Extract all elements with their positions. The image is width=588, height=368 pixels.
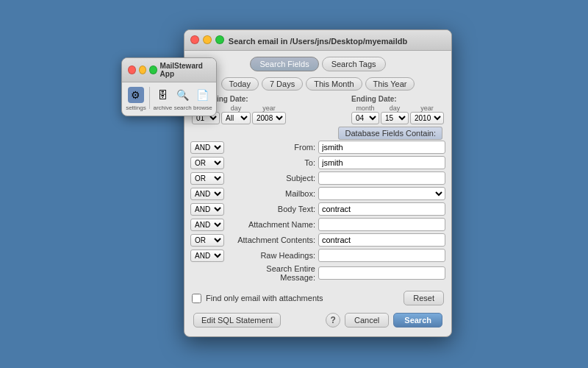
subject-logic-select[interactable]: ANDOR xyxy=(190,172,224,185)
subject-label: Subject: xyxy=(227,174,315,183)
end-day-sub-label: day xyxy=(390,105,401,112)
begin-year-sub-label: year xyxy=(262,105,276,112)
attachment-contents-field-row: ANDOR Attachment Contents: xyxy=(190,233,445,247)
ending-date-group: Ending Date: month 01020304 050612 day 0… xyxy=(351,95,444,124)
raw-headings-label: Raw Headings: xyxy=(227,251,315,260)
mini-close-button[interactable] xyxy=(128,66,136,74)
this-month-button[interactable]: This Month xyxy=(306,77,362,91)
settings-icon: ⚙ xyxy=(128,87,144,103)
window-content: Search Fields Search Tags Today 7 Days T… xyxy=(184,51,451,336)
sidebar-item-search[interactable]: 🔍 search xyxy=(174,87,192,111)
begin-day-sub-label: day xyxy=(231,105,242,112)
mailbox-label: Mailbox: xyxy=(227,189,315,198)
end-year-select[interactable]: 2008200920102011 xyxy=(410,112,444,124)
close-button[interactable] xyxy=(190,35,199,44)
sidebar-item-settings[interactable]: ⚙ settings xyxy=(126,87,146,111)
begin-year-col: year 2008200920102011 xyxy=(252,105,286,124)
ending-date-fields: month 01020304 050612 day 01051015 20253… xyxy=(351,105,444,124)
begin-year-select[interactable]: 2008200920102011 xyxy=(252,112,286,124)
from-input[interactable] xyxy=(318,141,445,154)
db-fields-header-label: Database Fields Contain: xyxy=(338,127,442,140)
search-button[interactable]: Search xyxy=(393,313,442,328)
to-input[interactable] xyxy=(318,156,445,169)
end-month-select[interactable]: 01020304 050612 xyxy=(351,112,379,124)
body-text-label: Body Text: xyxy=(227,205,315,213)
sidebar-item-browse[interactable]: 📄 browse xyxy=(193,87,212,111)
action-buttons-row: Edit SQL Statement ? Cancel Search xyxy=(190,308,445,330)
minimize-button[interactable] xyxy=(203,35,212,44)
attachment-contents-label: Attachment Contents: xyxy=(227,236,315,244)
search-window: Search email in /Users/jns/Desktop/myema… xyxy=(184,29,452,337)
end-year-col: year 2008200920102011 xyxy=(410,105,444,124)
find-attachments-label: Find only email with attachments xyxy=(206,294,323,302)
bottom-options-row: Find only email with attachments Reset xyxy=(190,288,445,308)
settings-label: settings xyxy=(126,105,146,111)
mailbox-select[interactable] xyxy=(318,187,445,200)
end-day-col: day 01051015 202531 xyxy=(381,105,409,124)
to-field-row: ANDOR To: xyxy=(190,156,445,169)
mini-title-bar: MailSteward App xyxy=(122,58,216,82)
end-month-col: month 01020304 050612 xyxy=(351,105,379,124)
db-fields-header: Database Fields Contain: xyxy=(190,129,445,138)
mini-minimize-button[interactable] xyxy=(139,66,147,74)
browse-icon: 📄 xyxy=(195,87,211,103)
search-icon: 🔍 xyxy=(175,87,191,103)
subject-input[interactable] xyxy=(318,171,445,185)
attachment-name-logic-select[interactable]: ANDOR xyxy=(190,219,224,231)
raw-headings-field-row: ANDOR Raw Headings: xyxy=(190,249,445,262)
raw-headings-input[interactable] xyxy=(318,249,445,262)
from-logic-select[interactable]: ANDOR xyxy=(190,141,224,154)
body-text-logic-select[interactable]: ANDOR xyxy=(190,203,224,216)
to-logic-select[interactable]: ANDOR xyxy=(190,157,224,169)
today-button[interactable]: Today xyxy=(221,77,259,91)
attachment-name-input[interactable] xyxy=(318,218,445,231)
mini-maximize-button[interactable] xyxy=(149,66,157,74)
subject-field-row: ANDOR Subject: xyxy=(190,171,445,185)
attachment-contents-input[interactable] xyxy=(318,233,445,247)
begin-day-select[interactable]: All010203 15162831 xyxy=(221,112,251,124)
quick-date-bar: Today 7 Days This Month This Year xyxy=(190,77,445,91)
to-label: To: xyxy=(227,158,315,167)
date-range-row: Beginning Date: month 01020304 05060708 … xyxy=(190,95,445,124)
tab-bar: Search Fields Search Tags xyxy=(190,57,445,71)
mini-toolbar: ⚙ settings 🗄 archive 🔍 search 📄 browse xyxy=(122,82,216,116)
title-bar: Search email in /Users/jns/Desktop/myema… xyxy=(184,30,451,51)
search-entire-message-field-row: Search Entire Message: xyxy=(190,264,445,282)
end-day-select[interactable]: 01051015 202531 xyxy=(381,112,409,124)
search-label: search xyxy=(174,105,192,111)
toolbar-separator xyxy=(149,87,150,109)
from-label: From: xyxy=(227,143,315,152)
body-text-field-row: ANDOR Body Text: xyxy=(190,202,445,216)
edit-sql-button[interactable]: Edit SQL Statement xyxy=(193,313,281,328)
mini-window-title: MailSteward App xyxy=(160,62,210,78)
ending-date-label: Ending Date: xyxy=(351,95,444,103)
window-controls xyxy=(190,35,224,44)
sidebar-item-archive[interactable]: 🗄 archive xyxy=(153,87,172,111)
mailbox-field-row: ANDOR Mailbox: xyxy=(190,187,445,200)
find-attachments-checkbox[interactable] xyxy=(192,294,201,303)
raw-headings-logic-select[interactable]: ANDOR xyxy=(190,250,224,262)
tab-search-tags[interactable]: Search Tags xyxy=(322,57,386,71)
attachment-name-label: Attachment Name: xyxy=(227,220,315,229)
archive-label: archive xyxy=(153,105,172,111)
end-month-sub-label: month xyxy=(356,105,374,112)
attachment-contents-logic-select[interactable]: ANDOR xyxy=(190,234,224,247)
begin-day-col: day All010203 15162831 xyxy=(221,105,251,124)
reset-button[interactable]: Reset xyxy=(404,291,444,305)
archive-icon: 🗄 xyxy=(154,87,171,103)
seven-days-button[interactable]: 7 Days xyxy=(262,77,303,91)
tab-search-fields[interactable]: Search Fields xyxy=(250,57,318,71)
body-text-input[interactable] xyxy=(318,202,445,216)
mailbox-wrapper xyxy=(318,187,445,200)
browse-label: browse xyxy=(193,105,212,111)
window-title: Search email in /Users/jns/Desktop/myema… xyxy=(229,37,407,46)
from-field-row: ANDOR From: xyxy=(190,141,445,154)
maximize-button[interactable] xyxy=(215,35,224,44)
search-entire-message-label: Search Entire Message: xyxy=(230,264,315,282)
mailbox-logic-select[interactable]: ANDOR xyxy=(190,188,224,200)
help-button[interactable]: ? xyxy=(326,313,340,328)
search-fields-list: ANDOR From: ANDOR To: ANDOR Subject: AND… xyxy=(190,141,445,282)
this-year-button[interactable]: This Year xyxy=(365,77,415,91)
search-entire-message-input[interactable] xyxy=(318,266,445,280)
cancel-button[interactable]: Cancel xyxy=(345,313,389,328)
